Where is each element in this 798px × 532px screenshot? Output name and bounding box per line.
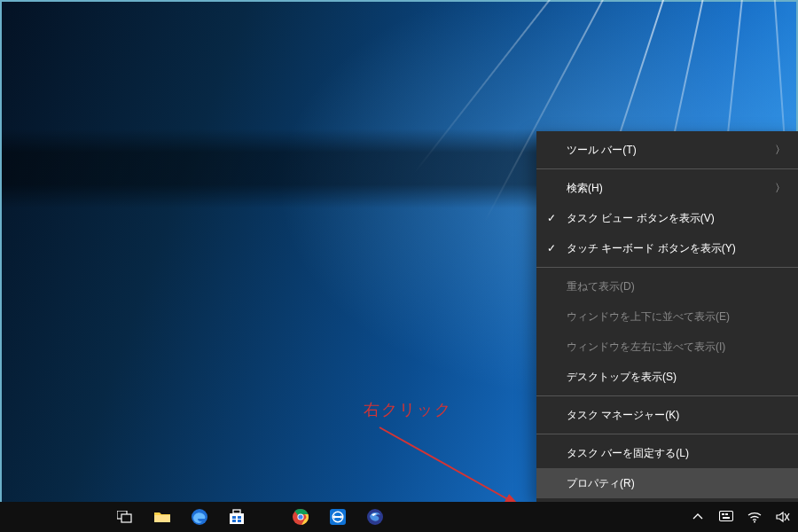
show-hidden-icons[interactable] — [688, 502, 708, 532]
menu-item-task-manager[interactable]: タスク マネージャー(K) — [536, 400, 798, 430]
menu-item-label: タッチ キーボード ボタンを表示(Y) — [567, 241, 736, 256]
check-icon: ✓ — [547, 242, 556, 254]
menu-item-search[interactable]: 検索(H) 〉 — [536, 173, 798, 203]
menu-separator — [536, 395, 798, 396]
svg-point-23 — [754, 521, 755, 523]
menu-item-show-desktop[interactable]: デスクトップを表示(S) — [536, 362, 798, 392]
svg-rect-10 — [238, 520, 241, 522]
store-icon[interactable] — [218, 502, 255, 532]
wifi-icon[interactable] — [745, 502, 764, 532]
svg-line-0 — [379, 427, 519, 505]
svg-rect-3 — [154, 515, 170, 522]
menu-item-label: ウィンドウを左右に並べて表示(I) — [567, 340, 725, 355]
svg-rect-5 — [230, 513, 244, 524]
svg-rect-6 — [233, 510, 240, 513]
taskbar-spacer — [255, 502, 282, 532]
svg-rect-9 — [232, 520, 236, 522]
volume-icon[interactable] — [773, 502, 793, 532]
teamviewer-icon[interactable] — [319, 502, 356, 532]
menu-item-label: ウィンドウを上下に並べて表示(E) — [567, 309, 730, 325]
system-tray — [688, 502, 793, 532]
menu-item-label: タスク バーを固定する(L) — [567, 446, 689, 461]
svg-rect-21 — [725, 513, 728, 515]
menu-item-stack-vertical: ウィンドウを上下に並べて表示(E) — [536, 301, 798, 332]
taskbar-context-menu: ツール バー(T) 〉 検索(H) 〉 ✓ タスク ビュー ボタンを表示(V) … — [536, 131, 798, 502]
svg-rect-17 — [335, 516, 340, 518]
desktop[interactable]: 右クリック ツール バー(T) 〉 検索(H) 〉 ✓ タスク ビュー ボタンを… — [0, 0, 798, 532]
check-icon: ✓ — [547, 212, 556, 224]
menu-item-label: プロパティ(R) — [567, 476, 635, 491]
thunderbird-icon[interactable] — [356, 502, 394, 532]
file-explorer-icon[interactable] — [144, 502, 181, 532]
taskbar[interactable] — [0, 502, 798, 532]
menu-item-stack-horizontal: ウィンドウを左右に並べて表示(I) — [536, 332, 798, 362]
menu-separator — [536, 434, 798, 434]
menu-item-toolbars[interactable]: ツール バー(T) 〉 — [536, 135, 798, 165]
svg-point-13 — [298, 514, 302, 519]
menu-item-touch-keyboard[interactable]: ✓ タッチ キーボード ボタンを表示(Y) — [536, 233, 798, 263]
menu-separator — [536, 168, 798, 169]
menu-item-cascade: 重ねて表示(D) — [536, 271, 798, 301]
menu-item-lock-taskbar[interactable]: タスク バーを固定する(L) — [536, 438, 798, 468]
svg-rect-20 — [722, 513, 724, 515]
svg-rect-19 — [720, 512, 733, 521]
menu-item-label: 検索(H) — [567, 181, 603, 196]
menu-item-label: タスク ビュー ボタンを表示(V) — [567, 211, 715, 226]
menu-item-label: デスクトップを表示(S) — [567, 370, 677, 385]
menu-item-label: タスク マネージャー(K) — [567, 408, 679, 423]
ime-icon[interactable] — [716, 502, 736, 532]
menu-item-properties[interactable]: プロパティ(R) — [536, 468, 798, 498]
menu-item-label: ツール バー(T) — [567, 143, 637, 158]
menu-separator — [536, 267, 798, 268]
svg-rect-22 — [723, 517, 730, 519]
chevron-right-icon: 〉 — [775, 181, 786, 196]
svg-rect-8 — [238, 516, 241, 519]
chevron-right-icon: 〉 — [775, 143, 786, 158]
annotation-label: 右クリック — [364, 399, 452, 420]
menu-item-taskview-button[interactable]: ✓ タスク ビュー ボタンを表示(V) — [536, 203, 798, 233]
edge-icon[interactable] — [181, 502, 218, 532]
task-view-icon[interactable] — [106, 502, 144, 532]
menu-item-label: 重ねて表示(D) — [567, 279, 635, 294]
svg-rect-2 — [121, 514, 131, 522]
svg-rect-7 — [232, 516, 236, 519]
chrome-icon[interactable] — [282, 502, 319, 532]
